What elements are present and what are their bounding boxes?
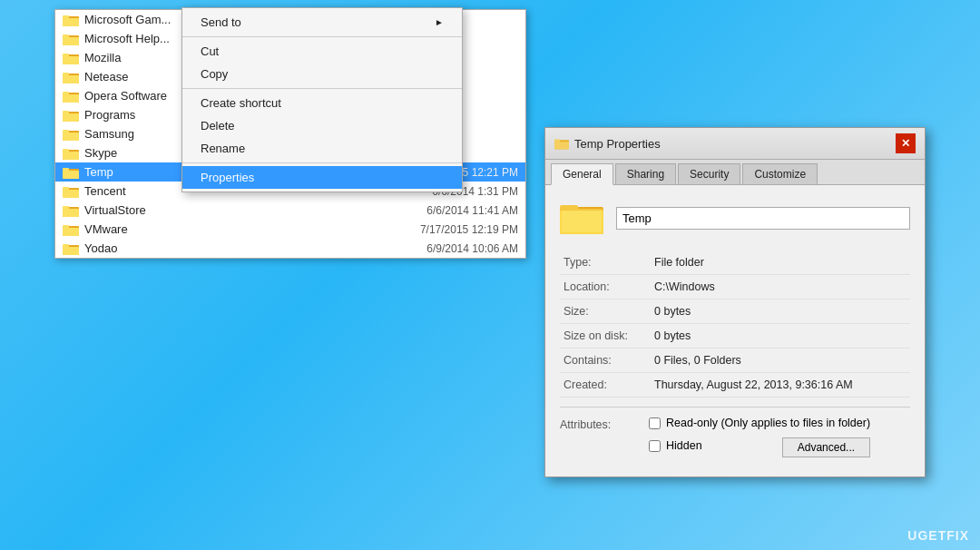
context-menu-item[interactable]: Create shortcut	[182, 92, 462, 114]
svg-rect-1	[63, 18, 79, 26]
hidden-checkbox[interactable]	[649, 440, 661, 452]
dialog-body: Type: File folder Location: C:\Windows S…	[545, 185, 925, 476]
file-row[interactable]: VirtualStore 6/6/2014 11:41 AM	[55, 201, 525, 220]
prop-label: Contains:	[560, 349, 651, 373]
context-menu-separator	[182, 36, 462, 37]
context-menu-item[interactable]: Delete	[182, 114, 462, 137]
property-row: Location: C:\Windows	[560, 275, 910, 300]
svg-rect-22	[63, 152, 79, 160]
file-name: Yodao	[84, 241, 373, 255]
property-row: Contains: 0 Files, 0 Folders	[560, 349, 910, 373]
svg-rect-13	[63, 94, 79, 103]
prop-label: Created:	[560, 373, 651, 398]
svg-rect-19	[63, 133, 79, 141]
file-date: 7/17/2015 12:19 PM	[373, 223, 518, 236]
prop-value: File folder	[651, 250, 910, 275]
svg-rect-4	[63, 37, 79, 45]
svg-rect-14	[63, 92, 69, 95]
svg-rect-42	[554, 140, 560, 143]
context-menu-label: Delete	[201, 119, 235, 133]
svg-rect-28	[63, 190, 79, 198]
context-menu-label: Cut	[201, 44, 219, 58]
big-folder-icon	[560, 200, 603, 236]
context-menu-item[interactable]: Copy	[182, 63, 462, 85]
svg-rect-32	[63, 206, 69, 210]
svg-rect-8	[63, 54, 69, 57]
properties-table: Type: File folder Location: C:\Windows S…	[560, 250, 910, 398]
tab-sharing[interactable]: Sharing	[615, 163, 676, 184]
file-name: VirtualStore	[84, 203, 373, 217]
property-row: Type: File folder	[560, 250, 910, 275]
folder-header	[560, 200, 910, 236]
context-menu-label: Rename	[201, 142, 245, 155]
submenu-arrow: ►	[435, 17, 444, 27]
tab-general[interactable]: General	[551, 163, 613, 185]
advanced-button[interactable]: Advanced...	[782, 437, 870, 457]
dialog-title-left: Temp Properties	[554, 137, 661, 151]
svg-rect-23	[63, 149, 69, 152]
prop-value: 0 bytes	[651, 300, 910, 324]
dialog-folder-icon	[554, 137, 569, 150]
folder-name-input[interactable]	[616, 207, 910, 230]
attributes-section: Attributes: Read-only (Only applies to f…	[560, 407, 910, 462]
context-menu-item[interactable]: Send to►	[182, 11, 462, 34]
dialog-close-button[interactable]: ✕	[896, 133, 916, 153]
property-row: Size on disk: 0 bytes	[560, 324, 910, 349]
folder-icon	[63, 185, 79, 198]
context-menu-label: Send to	[201, 15, 241, 29]
hidden-row: Hidden Advanced...	[649, 434, 870, 457]
file-row[interactable]: VMware 7/17/2015 12:19 PM	[55, 220, 525, 239]
file-date: 6/9/2014 10:06 AM	[373, 242, 518, 255]
folder-icon	[63, 147, 79, 160]
folder-icon	[63, 71, 79, 83]
svg-rect-5	[63, 34, 69, 38]
context-menu-separator	[182, 162, 462, 163]
property-row: Created: Thursday, August 22, 2013, 9:36…	[560, 373, 910, 398]
svg-rect-10	[63, 75, 79, 83]
svg-rect-47	[562, 211, 602, 232]
folder-icon	[63, 14, 79, 26]
folder-icon	[63, 128, 79, 141]
svg-rect-31	[63, 209, 79, 217]
svg-rect-11	[63, 73, 69, 76]
svg-rect-17	[63, 111, 69, 114]
file-row[interactable]: Yodao 6/9/2014 10:06 AM	[55, 239, 525, 258]
prop-label: Location:	[560, 275, 651, 300]
svg-rect-29	[63, 187, 69, 191]
folder-icon	[63, 33, 79, 45]
svg-rect-26	[63, 168, 69, 172]
folder-icon	[63, 166, 79, 179]
svg-rect-41	[554, 142, 569, 149]
readonly-checkbox[interactable]	[649, 417, 661, 429]
tab-customize[interactable]: Customize	[742, 163, 818, 184]
dialog-title-text: Temp Properties	[574, 137, 661, 151]
prop-label: Size:	[560, 300, 651, 324]
prop-value: 0 bytes	[651, 324, 910, 349]
prop-value: Thursday, August 22, 2013, 9:36:16 AM	[651, 373, 910, 398]
hidden-label: Hidden	[666, 439, 702, 452]
folder-icon	[63, 109, 79, 122]
readonly-label: Read-only (Only applies to files in fold…	[666, 417, 870, 429]
folder-icon	[63, 90, 79, 103]
svg-rect-34	[63, 228, 79, 236]
property-row: Size: 0 bytes	[560, 300, 910, 324]
watermark: UGETFIX	[907, 528, 969, 543]
context-menu-item[interactable]: Properties	[182, 166, 462, 189]
svg-rect-2	[63, 15, 69, 19]
context-menu-item[interactable]: Rename	[182, 137, 462, 160]
file-name: VMware	[84, 222, 373, 236]
context-menu-separator	[182, 88, 462, 89]
svg-rect-16	[63, 113, 79, 122]
folder-icon	[63, 52, 79, 64]
svg-rect-37	[63, 247, 79, 255]
readonly-row: Read-only (Only applies to files in fold…	[649, 417, 870, 429]
tab-security[interactable]: Security	[678, 163, 740, 184]
properties-dialog: Temp Properties ✕ GeneralSharingSecurity…	[544, 127, 926, 477]
folder-icon	[63, 223, 79, 236]
svg-rect-7	[63, 56, 79, 64]
dialog-tabs: GeneralSharingSecurityCustomize	[545, 160, 925, 185]
file-date: 6/6/2014 11:41 AM	[373, 204, 518, 217]
context-menu-item[interactable]: Cut	[182, 40, 462, 63]
context-menu: Send to►CutCopyCreate shortcutDeleteRena…	[181, 7, 463, 192]
attributes-label: Attributes:	[560, 417, 642, 431]
